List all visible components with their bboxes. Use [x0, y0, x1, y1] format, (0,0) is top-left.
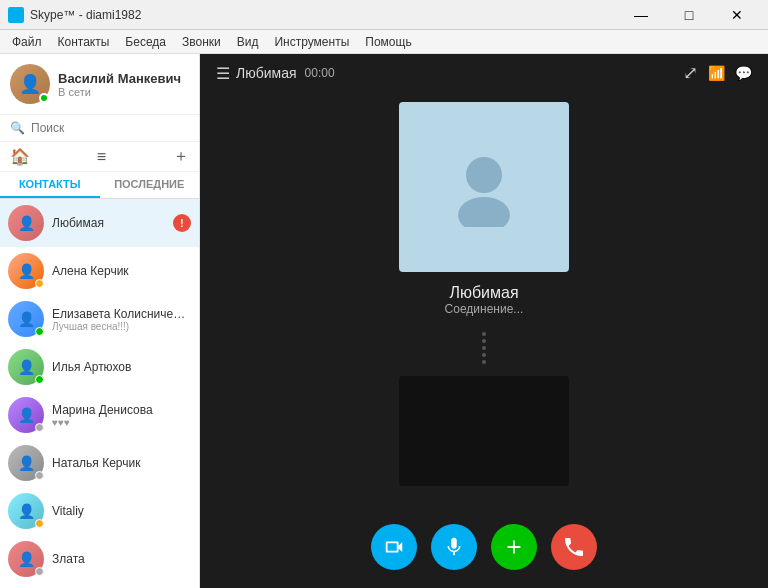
status-dot — [35, 471, 44, 480]
contact-list: 👤 Любимая ! 👤 Алена Керчик 👤 — [0, 199, 199, 588]
contact-name: Илья Артюхов — [52, 360, 191, 374]
titlebar: Skype™ - diami1982 — □ ✕ — [0, 0, 768, 30]
tabs-row: КОНТАКТЫ ПОСЛЕДНИЕ — [0, 172, 199, 199]
profile-section: 👤 Василий Манкевич В сети — [0, 54, 199, 115]
window-title: Skype™ - diami1982 — [30, 8, 618, 22]
status-dot — [35, 519, 44, 528]
local-video — [399, 376, 569, 486]
menu-calls[interactable]: Звонки — [174, 33, 229, 51]
list-item[interactable]: 👤 Злата — [0, 535, 199, 583]
video-main: Любимая Соединение... — [200, 92, 768, 510]
video-toggle-button[interactable] — [371, 524, 417, 570]
call-header: ☰ Любимая 00:00 ⤢ 📶 💬 — [200, 54, 768, 92]
status-dot — [35, 279, 44, 288]
mute-button[interactable] — [431, 524, 477, 570]
list-item[interactable]: 👤 Елизавета Колисниченко (К... Лучшая ве… — [0, 295, 199, 343]
menu-contacts[interactable]: Контакты — [50, 33, 118, 51]
list-icon[interactable]: ≡ — [97, 148, 106, 166]
call-contact-name: Любимая — [236, 65, 297, 81]
call-time: 00:00 — [305, 66, 335, 80]
call-header-left: ☰ Любимая 00:00 — [216, 64, 335, 83]
remote-avatar-icon — [444, 147, 524, 227]
contact-info: Злата — [52, 552, 191, 566]
dots-decoration — [482, 332, 486, 364]
menu-file[interactable]: Файл — [4, 33, 50, 51]
toolbar-row: 🏠 ≡ ＋ — [0, 142, 199, 172]
status-dot — [35, 423, 44, 432]
contact-item-lubimaya[interactable]: 👤 Любимая ! — [0, 199, 199, 247]
profile-status: В сети — [58, 86, 189, 98]
svg-point-1 — [458, 197, 510, 227]
end-call-button[interactable] — [551, 524, 597, 570]
tab-contacts[interactable]: КОНТАКТЫ — [0, 172, 100, 198]
contact-name: Злата — [52, 552, 191, 566]
search-icon: 🔍 — [10, 121, 25, 135]
contact-sub: Лучшая весна!!!) — [52, 321, 191, 332]
minimize-button[interactable]: — — [618, 0, 664, 30]
contact-name: Любимая — [52, 216, 173, 230]
sidebar: 👤 Василий Манкевич В сети 🔍 🏠 ≡ ＋ КОНТАК… — [0, 54, 200, 588]
status-dot — [35, 327, 44, 336]
contact-info: Любимая — [52, 216, 173, 230]
dot-2 — [482, 339, 486, 343]
contact-info: Илья Артюхов — [52, 360, 191, 374]
menu-icon[interactable]: ☰ — [216, 64, 230, 83]
list-item[interactable]: 👤 Алена Керчик — [0, 247, 199, 295]
status-dot — [35, 567, 44, 576]
profile-name: Василий Манкевич — [58, 71, 189, 86]
menubar: Файл Контакты Беседа Звонки Вид Инструме… — [0, 30, 768, 54]
contact-badge: ! — [173, 214, 191, 232]
contact-sub: ♥♥♥ — [52, 417, 191, 428]
call-area: ☰ Любимая 00:00 ⤢ 📶 💬 Любимая — [200, 54, 768, 588]
contact-info: Алена Керчик — [52, 264, 191, 278]
caller-name: Любимая — [445, 284, 524, 302]
contact-info: Vitaliy — [52, 504, 191, 518]
caller-info: Любимая Соединение... — [445, 284, 524, 316]
dot-3 — [482, 346, 486, 350]
maximize-button[interactable]: □ — [666, 0, 712, 30]
remote-video — [399, 102, 569, 272]
list-item[interactable]: 👤 Наталья Керчик — [0, 439, 199, 487]
add-contact-icon[interactable]: ＋ — [173, 146, 189, 167]
dot-5 — [482, 360, 486, 364]
contact-avatar: 👤 — [8, 205, 44, 241]
list-item[interactable]: 👤 Керчик Василий — [0, 583, 199, 588]
add-button[interactable] — [491, 524, 537, 570]
list-item[interactable]: 👤 Vitaliy — [0, 487, 199, 535]
profile-info: Василий Манкевич В сети — [58, 71, 189, 98]
fullscreen-icon[interactable]: ⤢ — [683, 62, 698, 84]
menu-conversation[interactable]: Беседа — [117, 33, 174, 51]
call-header-right: ⤢ 📶 💬 — [683, 62, 752, 84]
status-dot — [35, 375, 44, 384]
menu-help[interactable]: Помощь — [357, 33, 419, 51]
svg-point-0 — [466, 157, 502, 193]
window-controls: — □ ✕ — [618, 0, 760, 30]
menu-tools[interactable]: Инструменты — [266, 33, 357, 51]
chat-icon[interactable]: 💬 — [735, 65, 752, 81]
home-icon[interactable]: 🏠 — [10, 147, 30, 166]
contact-info: Марина Денисова ♥♥♥ — [52, 403, 191, 428]
contact-name: Елизавета Колисниченко (К... — [52, 307, 191, 321]
caller-status: Соединение... — [445, 302, 524, 316]
contact-name: Марина Денисова — [52, 403, 191, 417]
close-button[interactable]: ✕ — [714, 0, 760, 30]
contact-name: Наталья Керчик — [52, 456, 191, 470]
search-input[interactable] — [31, 121, 189, 135]
contact-info: Наталья Керчик — [52, 456, 191, 470]
contact-name: Vitaliy — [52, 504, 191, 518]
call-controls — [200, 510, 768, 588]
menu-view[interactable]: Вид — [229, 33, 267, 51]
signal-icon[interactable]: 📶 — [708, 65, 725, 81]
list-item[interactable]: 👤 Марина Денисова ♥♥♥ — [0, 391, 199, 439]
contact-info: Елизавета Колисниченко (К... Лучшая весн… — [52, 307, 191, 332]
list-item[interactable]: 👤 Илья Артюхов — [0, 343, 199, 391]
contact-name: Алена Керчик — [52, 264, 191, 278]
tab-recent[interactable]: ПОСЛЕДНИЕ — [100, 172, 200, 198]
main-container: 👤 Василий Манкевич В сети 🔍 🏠 ≡ ＋ КОНТАК… — [0, 54, 768, 588]
dot-1 — [482, 332, 486, 336]
app-icon — [8, 7, 24, 23]
dot-4 — [482, 353, 486, 357]
search-box: 🔍 — [0, 115, 199, 142]
avatar-container: 👤 — [10, 64, 50, 104]
online-status-dot — [39, 93, 49, 103]
